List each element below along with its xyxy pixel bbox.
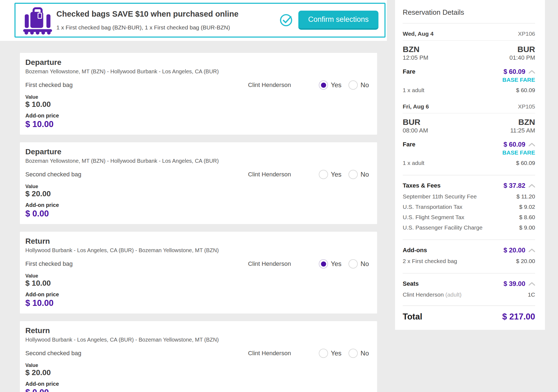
section-divider (403, 306, 535, 306)
chevron-up-icon[interactable] (529, 184, 535, 188)
addon-name: 2 x First checked bag (403, 258, 457, 264)
card-route: Hollywood Burbank - Los Angeles, CA (BUR… (25, 247, 372, 254)
flight-number: XP106 (518, 31, 535, 37)
pax-amount: $ 60.09 (516, 87, 535, 94)
addon-amount: $ 20.00 (516, 258, 535, 264)
yes-radio-label[interactable]: Yes (331, 171, 341, 178)
seats-amount-wrap: $ 39.00 (504, 280, 535, 288)
arrival-time: 11:25 AM (510, 127, 535, 134)
passenger-name: Clint Henderson (248, 171, 319, 178)
chevron-up-icon[interactable] (529, 143, 535, 147)
seat-passenger-name: Clint Henderson (403, 291, 444, 298)
bag-card-departure-second: Departure Bozeman Yellowstone, MT (BZN) … (20, 142, 377, 224)
tax-name: U.S. Flight Segment Tax (403, 214, 464, 221)
pax-amount: $ 60.09 (516, 160, 535, 166)
bag-type-label: First checked bag (25, 82, 248, 89)
yes-radio-label[interactable]: Yes (331, 260, 341, 268)
bag-card-return-first: Return Hollywood Burbank - Los Angeles, … (20, 232, 377, 313)
no-radio-label[interactable]: No (360, 349, 369, 357)
pax-fare-row: 1 x adult $ 60.09 (403, 160, 535, 166)
yes-radio[interactable] (319, 259, 328, 269)
no-radio[interactable] (348, 170, 358, 179)
yes-radio[interactable] (319, 170, 328, 179)
origin-code: BZN (403, 45, 428, 54)
chevron-up-icon[interactable] (529, 248, 535, 252)
destination-code: BZN (510, 118, 535, 126)
fare-label: Fare (403, 141, 415, 148)
flight-date-row: Fri, Aug 6 XP105 (403, 103, 535, 113)
addons-label: Add-ons (403, 247, 427, 254)
taxes-amount-wrap: $ 37.82 (504, 182, 535, 189)
bag-cards-list: Departure Bozeman Yellowstone, MT (BZN) … (20, 53, 377, 392)
addon-price-amount: $ 10.00 (25, 119, 372, 129)
tax-amount: $ 8.60 (519, 214, 535, 221)
chevron-up-icon[interactable] (529, 282, 535, 286)
card-direction: Return (25, 327, 372, 335)
taxes-label: Taxes & Fees (403, 182, 441, 189)
value-label: Value (25, 363, 372, 368)
addons-amount-wrap: $ 20.00 (504, 246, 535, 254)
flight-airports-row: BUR 08:00 AM BZN 11:25 AM (403, 118, 535, 134)
yes-radio[interactable] (319, 349, 328, 358)
no-radio[interactable] (348, 349, 358, 358)
addon-price-label: Add-on price (25, 381, 372, 387)
seat-passenger-type: (adult) (445, 291, 462, 298)
section-divider (403, 175, 535, 175)
no-radio[interactable] (348, 80, 358, 90)
fare-amount: $ 60.09 (504, 141, 525, 148)
chevron-up-icon[interactable] (529, 70, 535, 74)
addon-price-label: Add-on price (25, 291, 372, 298)
addon-item-row: 2 x First checked bag $ 20.00 (403, 258, 535, 264)
fare-amount-wrap: $ 60.09 (504, 141, 535, 148)
arrival-time: 01:40 PM (510, 54, 535, 61)
bag-row: First checked bag Clint Henderson Yes No (25, 259, 372, 269)
confirm-selections-button[interactable]: Confirm selections (298, 11, 378, 30)
card-route: Hollywood Burbank - Los Angeles, CA (BUR… (25, 336, 372, 343)
fare-type-badge: BASE FARE (403, 149, 535, 156)
no-radio[interactable] (348, 259, 358, 269)
origin-column: BUR 08:00 AM (403, 118, 428, 134)
yes-radio-label[interactable]: Yes (331, 349, 341, 357)
yes-radio[interactable] (319, 80, 328, 90)
bag-choice-radio-group: Yes No (319, 259, 369, 269)
tax-amount: $ 11.20 (516, 193, 535, 200)
fare-row: Fare $ 60.09 (403, 68, 535, 76)
value-label: Value (25, 273, 372, 279)
section-divider (403, 240, 535, 240)
seat-item-row: Clint Henderson (adult) 1C (403, 291, 535, 298)
bag-choice-radio-group: Yes No (319, 349, 369, 358)
flight-date: Fri, Aug 6 (403, 103, 429, 110)
seats-header-row: Seats $ 39.00 (403, 280, 535, 288)
seat-passenger: Clint Henderson (adult) (403, 291, 462, 298)
no-radio-label[interactable]: No (360, 171, 369, 178)
bag-value-amount: $ 10.00 (25, 279, 372, 287)
tax-item-row: U.S. Flight Segment Tax $ 8.60 (403, 214, 535, 221)
yes-radio-label[interactable]: Yes (331, 81, 341, 89)
no-radio-label[interactable]: No (360, 81, 369, 89)
fare-amount-wrap: $ 60.09 (504, 68, 535, 76)
section-divider (403, 273, 535, 273)
bag-card-return-second: Return Hollywood Burbank - Los Angeles, … (20, 321, 377, 392)
addon-price-amount: $ 10.00 (25, 298, 372, 308)
bag-card-departure-first: Departure Bozeman Yellowstone, MT (BZN) … (20, 53, 377, 135)
bag-row: Second checked bag Clint Henderson Yes N… (25, 348, 372, 358)
banner-actions: Confirm selections (279, 11, 378, 30)
pax-label: 1 x adult (403, 87, 424, 94)
passenger-name: Clint Henderson (248, 260, 319, 267)
addon-price-label: Add-on price (25, 202, 372, 208)
banner-subtitle: 1 x First checked bag (BZN-BUR), 1 x Fir… (56, 24, 238, 31)
addon-price-amount: $ 0.00 (25, 388, 372, 392)
departure-time: 08:00 AM (403, 127, 428, 134)
card-direction: Departure (25, 58, 372, 67)
tax-item-row: U.S. Passenger Facility Charge $ 9.00 (403, 224, 535, 231)
reservation-details-title: Reservation Details (403, 8, 535, 23)
addons-header-row: Add-ons $ 20.00 (403, 246, 535, 254)
card-direction: Return (25, 237, 372, 245)
seat-number: 1C (528, 291, 535, 298)
bag-choice-radio-group: Yes No (319, 80, 369, 90)
bag-choice-radio-group: Yes No (319, 170, 369, 179)
flight-date: Wed, Aug 4 (403, 31, 433, 37)
no-radio-label[interactable]: No (360, 260, 369, 268)
taxes-header-row: Taxes & Fees $ 37.82 (403, 182, 535, 189)
value-label: Value (25, 94, 372, 100)
